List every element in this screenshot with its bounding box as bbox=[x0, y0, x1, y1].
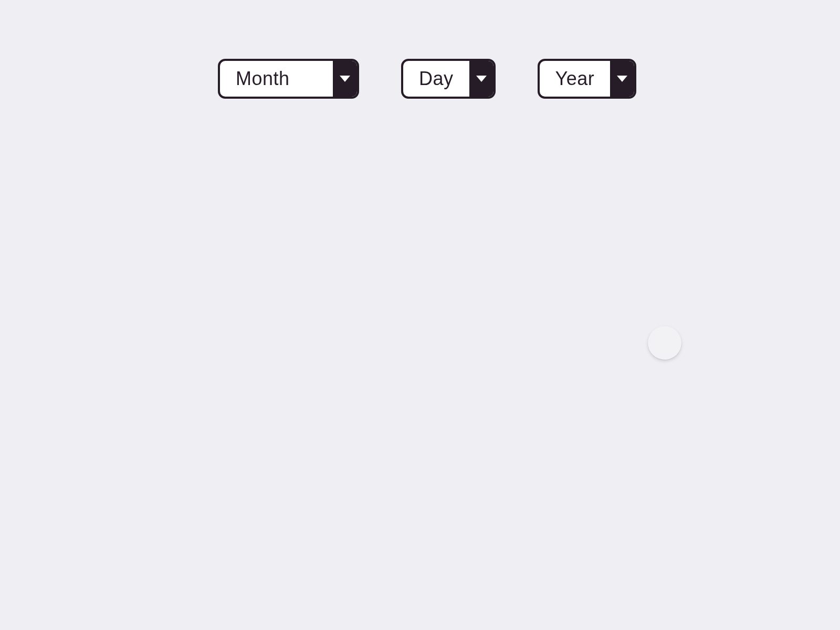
year-dropdown-label: Year bbox=[540, 61, 611, 97]
floating-action-button[interactable] bbox=[648, 326, 681, 360]
day-dropdown-arrow bbox=[469, 61, 494, 97]
chevron-down-icon bbox=[617, 76, 627, 82]
year-dropdown-arrow bbox=[610, 61, 634, 97]
day-dropdown[interactable]: Day bbox=[401, 59, 496, 99]
month-dropdown-arrow bbox=[333, 61, 357, 97]
month-dropdown[interactable]: Month bbox=[218, 59, 359, 99]
chevron-down-icon bbox=[476, 76, 487, 82]
chevron-down-icon bbox=[340, 76, 350, 82]
year-dropdown[interactable]: Year bbox=[538, 59, 637, 99]
month-dropdown-label: Month bbox=[220, 61, 333, 97]
day-dropdown-label: Day bbox=[403, 61, 469, 97]
date-selector-row: Month Day Year bbox=[218, 59, 636, 99]
